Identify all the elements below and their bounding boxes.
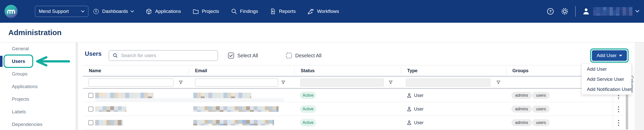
filter-input-name[interactable]	[89, 79, 173, 87]
column-header-name[interactable]: Name	[89, 65, 101, 76]
help-icon: ?	[547, 8, 554, 15]
table-row: Active User admins users	[83, 89, 626, 102]
user-type-label: User	[414, 120, 424, 125]
person-icon	[406, 106, 412, 112]
row-highlight-band	[95, 98, 284, 102]
row-actions-kebab-icon[interactable]	[615, 106, 622, 113]
row-actions-kebab-icon[interactable]	[615, 119, 622, 127]
user-menu[interactable]	[582, 7, 639, 16]
cube-icon	[145, 8, 152, 15]
search-icon	[112, 53, 118, 58]
select-all-button[interactable]: Select All	[228, 50, 258, 61]
name-redacted	[95, 120, 123, 125]
group-chip: admins	[511, 119, 532, 126]
folder-icon	[193, 8, 199, 15]
sidebar-item-labels[interactable]: Labels	[0, 106, 81, 118]
column-header-type[interactable]: Type	[407, 65, 418, 76]
nav-item-label: Applications	[155, 9, 181, 14]
filter-funnel-icon[interactable]	[388, 80, 393, 85]
person-icon	[406, 93, 412, 98]
nav-item-dashboards[interactable]: Dashboards	[93, 8, 134, 15]
chevron-down-icon	[131, 10, 134, 13]
nav-item-label: Findings	[240, 9, 258, 14]
chevron-down-icon	[81, 10, 85, 13]
user-search	[109, 50, 218, 61]
right-gutter	[635, 42, 644, 130]
filter-input-email[interactable]	[195, 79, 278, 87]
column-divider	[294, 67, 295, 74]
workflow-icon	[307, 8, 314, 15]
group-chip: users	[532, 119, 550, 126]
column-divider	[189, 67, 189, 74]
menu-item-add-notification-user[interactable]: Add Notification User	[582, 84, 631, 94]
user-avatar-icon	[582, 7, 590, 15]
primary-nav: Dashboards Applications Projects Finding…	[93, 0, 339, 23]
table-scrollbar-thumb[interactable]	[626, 89, 628, 129]
add-user-button[interactable]: Add User	[592, 50, 627, 61]
sidebar-scrollbar[interactable]	[75, 42, 78, 130]
nav-item-label: Reports	[279, 9, 296, 14]
menu-item-add-user[interactable]: Add User	[582, 64, 631, 74]
navbar-right: ?	[547, 0, 639, 23]
svg-text:?: ?	[549, 9, 551, 13]
sidebar-item-applications[interactable]: Applications	[0, 80, 81, 93]
nav-item-label: Workflows	[317, 9, 339, 14]
filter-funnel-icon[interactable]	[178, 80, 183, 85]
menu-item-add-service-user[interactable]: Add Service User	[582, 74, 631, 84]
navbar-divider	[575, 6, 576, 17]
chevron-down-icon	[635, 10, 639, 13]
settings-button[interactable]	[561, 7, 569, 15]
add-user-menu: Add User Add Service User Add Notificati…	[582, 64, 631, 95]
top-navbar: Mend Support Dashboards Applications Pro…	[0, 0, 644, 23]
users-panel: Users Select All Deselect All Add User	[81, 42, 644, 130]
column-divider	[506, 67, 506, 74]
sidebar-item-users[interactable]: Users	[0, 55, 81, 68]
group-chip: admins	[511, 106, 532, 113]
nav-item-label: Projects	[202, 9, 219, 14]
sidebar-item-label: Users	[12, 59, 25, 64]
row-checkbox[interactable]	[88, 107, 93, 112]
email-redacted	[193, 93, 251, 98]
group-chip: users	[532, 106, 550, 113]
page-header: Administration	[0, 23, 644, 42]
org-selector[interactable]: Mend Support	[35, 6, 88, 17]
sidebar-item-dependencies[interactable]: Dependencies	[0, 118, 81, 130]
org-selector-value: Mend Support	[39, 9, 81, 14]
search-input[interactable]	[121, 50, 218, 61]
row-checkbox[interactable]	[88, 120, 93, 125]
highlight-annotation-box: Add User	[590, 48, 629, 63]
user-type-label: User	[414, 107, 424, 112]
filter-input-status	[300, 79, 384, 87]
sidebar-item-general[interactable]: General	[0, 42, 81, 55]
column-header-groups[interactable]: Groups	[512, 65, 528, 76]
nav-item-applications[interactable]: Applications	[145, 8, 181, 15]
table-filter-row	[83, 76, 626, 89]
deselect-all-button[interactable]: Deselect All	[286, 50, 322, 61]
caret-down-icon	[619, 55, 622, 57]
nav-item-reports[interactable]: Reports	[270, 8, 296, 15]
page-body: General Users Groups Applications Projec…	[0, 42, 644, 130]
sidebar-item-label: Dependencies	[12, 122, 42, 127]
help-button[interactable]: ?	[547, 8, 554, 15]
sidebar-item-label: General	[12, 46, 29, 51]
filter-funnel-icon[interactable]	[281, 80, 286, 85]
column-header-email[interactable]: Email	[195, 65, 207, 76]
nav-item-workflows[interactable]: Workflows	[307, 8, 339, 15]
email-redacted	[193, 120, 274, 125]
sidebar-item-groups[interactable]: Groups	[0, 68, 81, 80]
table-row: Active User admins users	[83, 102, 626, 116]
users-table: Name Email Status Type Groups	[83, 65, 628, 130]
nav-item-label: Dashboards	[102, 9, 128, 14]
mend-logo-icon[interactable]	[5, 5, 18, 18]
row-checkbox[interactable]	[88, 93, 93, 98]
column-header-status[interactable]: Status	[301, 65, 315, 76]
nav-item-findings[interactable]: Findings	[231, 8, 258, 15]
report-icon	[270, 8, 276, 15]
sidebar-item-label: Labels	[12, 109, 26, 115]
sidebar-item-projects[interactable]: Projects	[0, 93, 81, 106]
filter-funnel-icon[interactable]	[496, 80, 501, 85]
annotation-arrow-icon	[34, 56, 70, 67]
nav-item-projects[interactable]: Projects	[193, 8, 219, 15]
magnifier-icon	[231, 8, 237, 15]
deselect-dashed-square-icon	[286, 52, 292, 59]
